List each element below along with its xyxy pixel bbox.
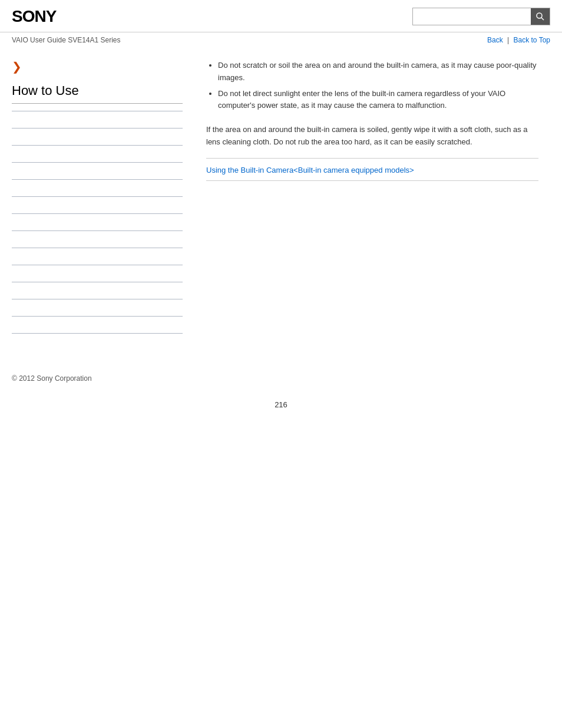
nav-separator: | xyxy=(507,36,509,44)
sidebar-line-10 xyxy=(12,265,183,265)
sidebar-title: How to Use xyxy=(12,83,183,104)
page-number: 216 xyxy=(0,388,562,415)
paragraph-section: If the area on and around the built-in c… xyxy=(206,124,538,181)
content-area: Do not scratch or soil the area on and a… xyxy=(194,48,550,362)
sony-logo: SONY xyxy=(12,7,56,26)
sidebar-line-8 xyxy=(12,230,183,231)
nav-links: Back | Back to Top xyxy=(487,36,550,44)
breadcrumb: VAIO User Guide SVE14A1 Series xyxy=(12,36,121,44)
bullet-item-1: Do not scratch or soil the area on and a… xyxy=(218,60,538,84)
main-paragraph: If the area on and around the built-in c… xyxy=(206,124,538,149)
divider-1 xyxy=(206,158,538,159)
svg-point-0 xyxy=(537,13,542,18)
sidebar-chevron: ❯ xyxy=(12,60,183,74)
copyright-text: © 2012 Sony Corporation xyxy=(12,374,92,383)
search-bar xyxy=(412,8,550,25)
sub-header: VAIO User Guide SVE14A1 Series Back | Ba… xyxy=(0,32,562,48)
sidebar-line-9 xyxy=(12,248,183,248)
sidebar-line-3 xyxy=(12,145,183,146)
sidebar-line-7 xyxy=(12,213,183,214)
related-link[interactable]: Using the Built-in Camera<Built-in camer… xyxy=(206,166,414,174)
sidebar-line-4 xyxy=(12,162,183,163)
sidebar-line-2 xyxy=(12,128,183,129)
sidebar-line-12 xyxy=(12,299,183,299)
back-link[interactable]: Back xyxy=(487,36,503,44)
back-to-top-link[interactable]: Back to Top xyxy=(514,36,550,44)
sidebar: ❯ How to Use xyxy=(12,48,194,362)
sidebar-line-5 xyxy=(12,179,183,180)
sidebar-lines xyxy=(12,111,183,334)
svg-line-1 xyxy=(541,18,544,20)
sidebar-line-14 xyxy=(12,333,183,334)
search-icon xyxy=(535,12,545,21)
search-button[interactable] xyxy=(531,8,550,25)
header: SONY xyxy=(0,0,562,32)
sidebar-line-13 xyxy=(12,316,183,317)
bullet-item-2: Do not let direct sunlight enter the len… xyxy=(218,88,538,113)
footer: © 2012 Sony Corporation xyxy=(0,362,562,388)
search-input[interactable] xyxy=(413,8,531,25)
sidebar-line-6 xyxy=(12,196,183,197)
bullet-section: Do not scratch or soil the area on and a… xyxy=(206,60,538,112)
sidebar-line-1 xyxy=(12,111,183,111)
main-container: ❯ How to Use Do not scratch or soil the … xyxy=(0,48,562,362)
bullet-list: Do not scratch or soil the area on and a… xyxy=(206,60,538,112)
divider-2 xyxy=(206,180,538,181)
sidebar-line-11 xyxy=(12,282,183,282)
